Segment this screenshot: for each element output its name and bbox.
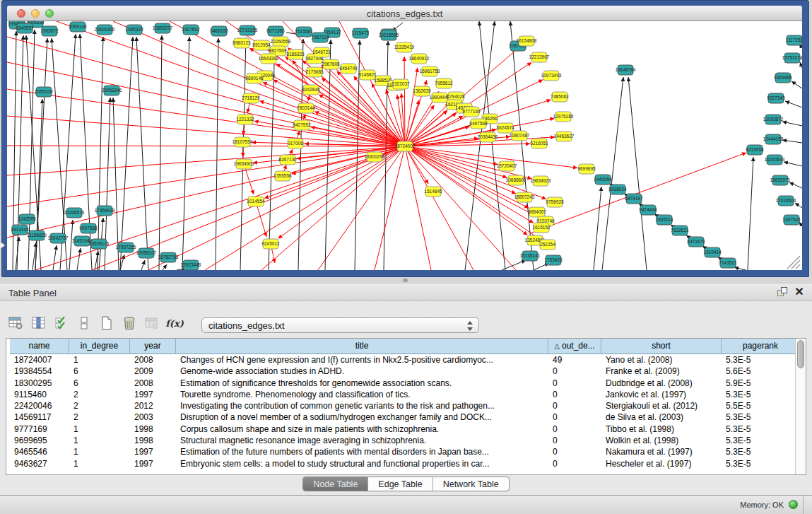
- graph-node[interactable]: 1322037: [392, 79, 410, 89]
- graph-node[interactable]: 18807243: [514, 192, 535, 202]
- graph-node[interactable]: 2803144: [297, 103, 315, 113]
- graph-edge-black[interactable]: [80, 34, 92, 270]
- column-header[interactable]: short: [601, 339, 722, 354]
- graph-node[interactable]: 20053346: [102, 86, 122, 95]
- graph-edge-black[interactable]: [465, 21, 495, 270]
- graph-edge-black[interactable]: [98, 37, 103, 270]
- graph-edge-black[interactable]: [785, 101, 802, 107]
- graph-node[interactable]: 8186328: [286, 49, 305, 59]
- graph-node[interactable]: 10958107: [136, 248, 157, 258]
- graph-node[interactable]: 15751074: [782, 53, 802, 63]
- graph-edge-black[interactable]: [35, 99, 42, 270]
- graph-node[interactable]: 19654923: [531, 176, 551, 186]
- graph-node[interactable]: 1527602: [182, 25, 200, 35]
- graph-node[interactable]: 9097588: [79, 223, 98, 233]
- graph-node[interactable]: 917006: [288, 139, 303, 148]
- graph-node[interactable]: 1242505: [18, 214, 36, 224]
- graph-edge-red[interactable]: [35, 146, 405, 270]
- table-row[interactable]: 1830029562008Estimation of significance …: [10, 378, 800, 389]
- graph-node[interactable]: 7955812: [435, 78, 453, 88]
- graph-node[interactable]: 6497568: [469, 119, 488, 129]
- table-row[interactable]: 1938455462009Genome-wide association stu…: [10, 366, 800, 377]
- graph-edge-black[interactable]: [182, 37, 189, 270]
- graph-node[interactable]: 1167535: [783, 215, 801, 225]
- graph-edge-black[interactable]: [141, 260, 145, 270]
- delete-table-button[interactable]: [120, 314, 139, 332]
- graph-edge-black[interactable]: [594, 187, 601, 270]
- graph-edge-black[interactable]: [734, 267, 746, 270]
- panel-splitter-handle[interactable]: [403, 279, 408, 282]
- graph-edge-black[interactable]: [77, 248, 81, 270]
- graph-edge-red[interactable]: [148, 146, 405, 270]
- graph-node[interactable]: 7485063: [551, 92, 569, 102]
- graph-edge-red[interactable]: [318, 146, 405, 270]
- graph-node[interactable]: 8454749: [339, 64, 358, 74]
- graph-edge-red[interactable]: [404, 57, 405, 146]
- close-panel-button[interactable]: ✕: [794, 286, 805, 298]
- graph-node[interactable]: 18640910: [409, 54, 430, 64]
- graph-node[interactable]: 2967608: [322, 59, 340, 69]
- graph-node[interactable]: 7143521: [719, 258, 737, 268]
- graph-node[interactable]: 10807487: [510, 131, 530, 141]
- graph-node[interactable]: 16648784: [616, 65, 636, 75]
- graph-node[interactable]: 6879197: [625, 194, 643, 204]
- graph-node[interactable]: 8938924: [608, 185, 627, 194]
- import-table-button[interactable]: [143, 314, 161, 332]
- column-header[interactable]: in_degree: [69, 339, 130, 354]
- graph-edge-red[interactable]: [7, 146, 405, 238]
- graph-node[interactable]: 2718129: [242, 93, 260, 103]
- table-vertical-scrollbar[interactable]: [795, 339, 806, 474]
- graph-node[interactable]: 1910414: [703, 247, 722, 257]
- graph-node[interactable]: 1117253: [786, 35, 802, 45]
- table-row[interactable]: 1456911722003Disruption of a novel membe…: [10, 411, 800, 423]
- graph-node[interactable]: 20206576: [64, 208, 85, 218]
- table-row[interactable]: 977716911998Corpus callosum shape and si…: [10, 424, 800, 435]
- resize-grip-icon[interactable]: [787, 256, 800, 269]
- table-row[interactable]: 2242004622012Investigating the contribut…: [10, 400, 800, 411]
- graph-edge-black[interactable]: [628, 77, 647, 270]
- graph-node[interactable]: 15720407: [497, 161, 517, 171]
- graph-node[interactable]: 6671385: [266, 26, 285, 36]
- table-row[interactable]: 969969511998Structural magnetic resonanc…: [10, 435, 800, 446]
- select-columns-button[interactable]: [52, 314, 71, 332]
- graph-node[interactable]: 1905572: [40, 26, 59, 36]
- table-options-button[interactable]: [7, 314, 25, 332]
- graph-node[interactable]: 18300295: [365, 152, 385, 162]
- graph-node[interactable]: 1362635: [413, 86, 431, 96]
- graph-node[interactable]: 8267130: [278, 155, 297, 165]
- graph-node[interactable]: 11156829: [27, 230, 47, 240]
- graph-node[interactable]: 2175685: [305, 67, 324, 77]
- graph-node[interactable]: 17359928: [95, 206, 115, 216]
- graph-edge-black[interactable]: [784, 162, 802, 166]
- graph-edge-black[interactable]: [792, 81, 802, 88]
- graph-node[interactable]: 14463627: [554, 132, 575, 141]
- graph-node[interactable]: 9684067: [528, 207, 546, 217]
- graph-node[interactable]: 1546721: [312, 47, 331, 57]
- graph-node[interactable]: 18724007: [395, 141, 416, 151]
- table-row[interactable]: 946362711997Embryonic stem cells: a mode…: [10, 458, 800, 469]
- graph-edge-red[interactable]: [405, 146, 507, 177]
- new-table-button[interactable]: [98, 314, 116, 332]
- graph-edge-black[interactable]: [789, 182, 802, 188]
- graph-edge-black[interactable]: [159, 35, 162, 270]
- graph-edge-red[interactable]: [7, 146, 405, 146]
- graph-node[interactable]: 9474444: [639, 205, 657, 215]
- graph-node[interactable]: 9242848: [302, 85, 320, 95]
- graph-node[interactable]: 16782753: [158, 252, 179, 262]
- graph-node[interactable]: 19654903: [234, 159, 254, 169]
- graph-node[interactable]: 7515581: [295, 27, 313, 37]
- table-row[interactable]: 911546021997Tourette syndrome. Phenomeno…: [10, 389, 800, 400]
- graph-node[interactable]: 1115473: [352, 28, 370, 38]
- graph-node[interactable]: 9756928: [546, 197, 564, 207]
- graph-node[interactable]: 6466160: [210, 26, 228, 36]
- column-header[interactable]: year: [130, 339, 176, 354]
- graph-node[interactable]: 2055310: [35, 87, 53, 97]
- graph-edge-black[interactable]: [748, 157, 753, 270]
- graph-node[interactable]: 10853297: [153, 23, 173, 33]
- show-column-button[interactable]: [30, 314, 48, 332]
- graph-node[interactable]: 20364436: [478, 132, 498, 142]
- graph-node[interactable]: 8471670: [687, 237, 705, 247]
- tab-network-table[interactable]: Network Table: [433, 477, 509, 491]
- graph-node[interactable]: 10688609: [506, 175, 526, 185]
- network-graph[interactable]: 1872400719348222005334184055719055722069…: [7, 21, 802, 270]
